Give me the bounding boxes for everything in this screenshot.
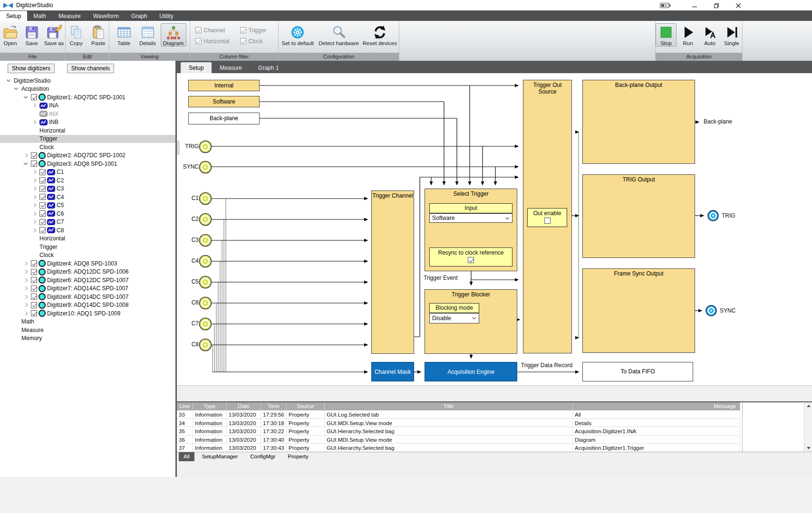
checkbox-icon[interactable] [39, 186, 46, 192]
table-view-button[interactable]: Table [113, 23, 135, 47]
log-column-header-type[interactable]: Type [193, 402, 227, 410]
open-button[interactable]: Open [0, 23, 20, 47]
checkbox-icon[interactable] [39, 210, 46, 217]
tree-item-digitizer9-adq14dc-spd-1008[interactable]: Digitizer9: ADQ14DC SPD-1008 [0, 301, 175, 310]
checkbox-icon[interactable] [31, 277, 37, 283]
details-view-button[interactable]: Details [136, 23, 160, 47]
tree-item-trigger[interactable]: Trigger [0, 243, 175, 251]
copy-button[interactable]: Copy [66, 23, 87, 47]
save-button[interactable]: Save [21, 23, 42, 47]
reset-devices-button[interactable]: Reset devices [361, 23, 399, 47]
show-channels-button[interactable]: Show channels [67, 64, 114, 73]
checkbox-icon[interactable] [31, 302, 37, 308]
show-digitizers-button[interactable]: Show digitizers [8, 64, 55, 73]
checkbox-icon[interactable] [31, 260, 37, 266]
collapsed-chevron-icon[interactable] [31, 185, 38, 192]
scroll-down-button[interactable] [805, 445, 812, 451]
menu-item-graph[interactable]: Graph [125, 11, 153, 21]
scroll-up-button[interactable] [805, 403, 812, 409]
close-button[interactable] [731, 1, 745, 10]
to-data-fifo-box[interactable]: To Data FIFO [582, 362, 693, 381]
tree-item-clock[interactable]: Clock [0, 251, 175, 260]
tree-item-trigger[interactable]: Trigger [0, 135, 175, 143]
save-as-button[interactable]: Save as [43, 23, 65, 47]
checkbox-icon[interactable] [31, 285, 37, 292]
detect-hardware-button[interactable]: Detect hardware [318, 23, 359, 47]
log-column-header-message[interactable]: Message [573, 402, 740, 410]
internal-source-box[interactable]: Internal [188, 80, 260, 91]
trigger-input-select[interactable]: Software [429, 213, 512, 223]
software-source-box[interactable]: Software [188, 96, 260, 107]
backplane-source-box[interactable]: Back-plane [188, 113, 260, 124]
collapsed-chevron-icon[interactable] [23, 260, 29, 267]
auto-button[interactable]: Auto [699, 23, 720, 47]
tree-item-c1[interactable]: C1 [0, 168, 175, 177]
checkbox-icon[interactable] [31, 152, 37, 159]
checkbox-icon[interactable] [195, 38, 202, 44]
tree-item-measure[interactable]: Measure [0, 326, 175, 334]
collapsed-chevron-icon[interactable] [31, 227, 38, 234]
log-column-header-date[interactable]: Date [227, 402, 261, 410]
menu-item-waveform[interactable]: Waveform [87, 11, 125, 21]
checkbox-icon[interactable] [39, 227, 46, 233]
log-row[interactable]: 33Information13/03/202017:29:56PropertyG… [177, 410, 742, 419]
tree-item-digitizer7-adq14ac-spd-1007[interactable]: Digitizer7: ADQ14AC SPD-1007 [0, 285, 175, 293]
menu-item-utility[interactable]: Utility [153, 11, 179, 21]
collapsed-chevron-icon[interactable] [23, 285, 29, 292]
log-tab-property[interactable]: Property [283, 452, 313, 461]
checkbox-icon[interactable] [240, 27, 246, 33]
blocking-mode-select[interactable]: Disable [429, 313, 479, 323]
tree-item-c8[interactable]: C8 [0, 226, 175, 235]
log-column-header-title[interactable]: Title [325, 402, 573, 410]
checkbox-icon[interactable] [31, 310, 37, 316]
tree-item-horizontal[interactable]: Horizontal [0, 126, 175, 135]
tree-item-digitizer5-adq12dc-spd-1006[interactable]: Digitizer5: ADQ12DC SPD-1006 [0, 268, 175, 276]
checkbox-icon[interactable] [39, 202, 46, 209]
menu-item-measure[interactable]: Measure [52, 11, 87, 21]
checkbox-icon[interactable] [31, 269, 37, 275]
tree-item-ina[interactable]: INA [0, 102, 175, 110]
out-enable-checkbox[interactable] [544, 218, 551, 224]
backplane-output-box[interactable]: Back-plane Output [582, 80, 695, 164]
collapsed-chevron-icon[interactable] [31, 169, 38, 175]
menu-item-setup[interactable]: Setup [0, 11, 27, 21]
log-column-header-line[interactable]: Line [177, 402, 193, 410]
trig-output-box[interactable]: TRIG Output [582, 174, 695, 258]
collapsed-chevron-icon[interactable] [23, 277, 29, 284]
checkbox-icon[interactable] [39, 219, 46, 225]
minimize-button[interactable] [687, 1, 702, 10]
panel-splitter[interactable] [177, 385, 812, 401]
trigger-channel-box[interactable]: Trigger Channel [371, 190, 414, 354]
diagram-view-button[interactable]: Diagram [161, 23, 186, 47]
log-column-header-time[interactable]: Time [261, 402, 287, 410]
log-column-header-source[interactable]: Source [287, 402, 325, 410]
set-to-default-button[interactable]: Set to default [279, 23, 317, 47]
tree-item-memory[interactable]: Memory [0, 334, 175, 343]
tree-item-math[interactable]: Math [0, 318, 175, 326]
expanded-chevron-icon[interactable] [23, 94, 29, 101]
tree-item-c7[interactable]: C7 [0, 218, 175, 227]
stop-button[interactable]: Stop [656, 23, 677, 47]
checkbox-icon[interactable] [240, 38, 246, 44]
single-button[interactable]: Single [721, 23, 742, 47]
tree-item-digitizer2-adq7dc-spd-1002[interactable]: Digitizer2: ADQ7DC SPD-1002 [0, 152, 175, 160]
log-row[interactable]: 34Information13/03/202017:30:18PropertyG… [177, 419, 742, 428]
checkbox-icon[interactable] [31, 94, 37, 100]
expanded-chevron-icon[interactable] [23, 161, 29, 167]
checkbox-icon[interactable] [39, 169, 46, 175]
expanded-chevron-icon[interactable] [6, 77, 12, 84]
tree-item-digitizerstudio[interactable]: DigitizerStudio [0, 76, 175, 85]
tree-item-digitizer6-adq12dc-spd-1007[interactable]: Digitizer6: ADQ12DC SPD-1007 [0, 276, 175, 285]
acquisition-engine-box[interactable]: Acquisition Engine [425, 362, 517, 381]
collapsed-chevron-icon[interactable] [31, 119, 38, 125]
collapsed-chevron-icon[interactable] [31, 177, 38, 184]
collapsed-chevron-icon[interactable] [31, 218, 38, 225]
tree-item-horizontal[interactable]: Horizontal [0, 235, 175, 243]
tree-item-inb[interactable]: INB [0, 118, 175, 127]
checkbox-icon[interactable] [31, 294, 37, 300]
main-tab-measure[interactable]: Measure [212, 62, 250, 73]
tree-item-digitizer8-adq14dc-spd-1007[interactable]: Digitizer8: ADQ14DC SPD-1007 [0, 293, 175, 301]
log-tab-setupmanager[interactable]: SetupManager [197, 452, 242, 461]
main-tab-graph-1[interactable]: Graph 1 [250, 62, 287, 73]
checkbox-icon[interactable] [31, 161, 37, 167]
